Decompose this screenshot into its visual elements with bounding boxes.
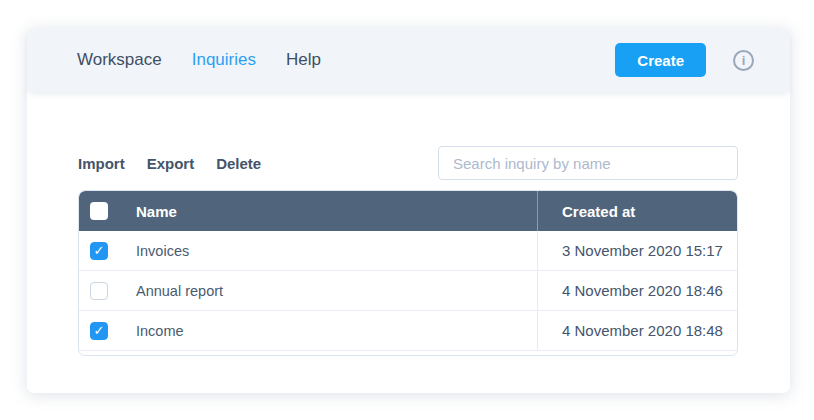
nav-item-workspace[interactable]: Workspace xyxy=(77,50,162,70)
row-checkbox-cell xyxy=(79,322,136,340)
row-name: Income xyxy=(136,323,537,339)
export-link[interactable]: Export xyxy=(147,155,195,172)
create-button[interactable]: Create xyxy=(615,43,706,77)
table-row[interactable]: Annual report 4 November 2020 18:46 xyxy=(79,271,737,311)
table-row[interactable]: Income 4 November 2020 18:48 xyxy=(79,311,737,351)
top-navigation: Workspace Inquiries Help Create i xyxy=(27,28,790,92)
search-input[interactable] xyxy=(438,146,738,180)
table-header-row: Name Created at xyxy=(79,191,737,231)
nav-item-help[interactable]: Help xyxy=(286,50,321,70)
row-name: Invoices xyxy=(136,243,537,259)
inquiries-table: Name Created at Invoices 3 November 2020… xyxy=(78,190,738,356)
row-checkbox-cell xyxy=(79,282,136,300)
table-body: Invoices 3 November 2020 15:17 Annual re… xyxy=(79,231,737,355)
row-name: Annual report xyxy=(136,283,537,299)
row-checkbox[interactable] xyxy=(90,242,108,260)
column-header-name[interactable]: Name xyxy=(136,203,537,220)
info-circle-icon[interactable]: i xyxy=(733,50,754,71)
row-checkbox[interactable] xyxy=(90,282,108,300)
delete-link[interactable]: Delete xyxy=(216,155,261,172)
nav-item-inquiries[interactable]: Inquiries xyxy=(192,50,256,70)
column-header-created-at[interactable]: Created at xyxy=(537,191,737,231)
app-card: Workspace Inquiries Help Create i Import… xyxy=(27,28,790,393)
row-created-at: 4 November 2020 18:48 xyxy=(537,311,737,350)
row-checkbox-cell xyxy=(79,242,136,260)
table-bottom-padding xyxy=(79,351,737,355)
table-row[interactable]: Invoices 3 November 2020 15:17 xyxy=(79,231,737,271)
header-checkbox-cell xyxy=(79,202,136,220)
select-all-checkbox[interactable] xyxy=(90,202,108,220)
table-toolbar: Import Export Delete xyxy=(78,146,738,180)
row-created-at: 3 November 2020 15:17 xyxy=(537,231,737,270)
row-checkbox[interactable] xyxy=(90,322,108,340)
import-link[interactable]: Import xyxy=(78,155,125,172)
row-created-at: 4 November 2020 18:46 xyxy=(537,271,737,310)
